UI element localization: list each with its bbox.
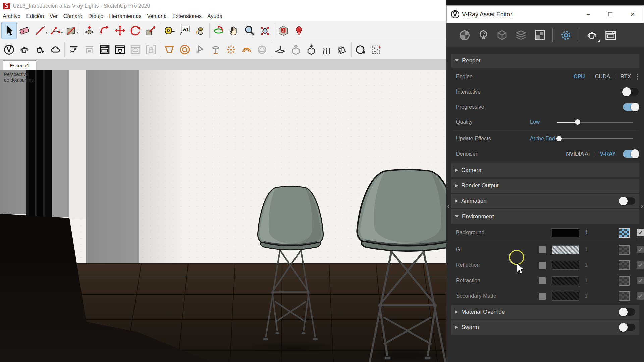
menu-ver[interactable]: Ver xyxy=(50,13,58,19)
paint-bucket-tool-icon[interactable] xyxy=(193,22,208,39)
frame-buffer-button-icon[interactable] xyxy=(601,28,620,43)
refraction-value[interactable]: 1 xyxy=(585,278,588,284)
zoom-extents-tool-icon[interactable] xyxy=(257,22,273,39)
engine-option-rtx[interactable]: RTX xyxy=(620,74,631,80)
refraction-color-swatch[interactable] xyxy=(539,277,546,284)
viewport-render-icon[interactable] xyxy=(66,41,82,58)
quality-slider[interactable] xyxy=(557,122,633,123)
menu-edicion[interactable]: Edición xyxy=(26,13,44,19)
reflection-texture-swatch[interactable] xyxy=(552,261,579,270)
menu-extensiones[interactable]: Extensiones xyxy=(172,13,202,19)
scene-tab-escena1[interactable]: Escena1 xyxy=(3,60,36,70)
rect-light-icon[interactable] xyxy=(162,41,177,58)
gi-color-swatch[interactable] xyxy=(539,246,546,253)
arc-tool-caret[interactable]: ▾ xyxy=(61,31,63,34)
pushpull-tool-icon[interactable] xyxy=(82,22,97,39)
maximize-button[interactable] xyxy=(599,6,622,23)
vray-logo-icon[interactable] xyxy=(1,41,17,58)
panel-collapse-left-icon[interactable]: ‹ xyxy=(447,201,450,211)
line-tool-caret[interactable]: ▾ xyxy=(46,31,47,34)
model-viewport[interactable]: Perspectiva de dos puntos. xyxy=(0,70,447,362)
denoiser-toggle[interactable] xyxy=(623,150,639,158)
materials-tab-icon[interactable] xyxy=(455,28,474,43)
sphere-light-icon[interactable] xyxy=(177,41,193,58)
text-tool-icon[interactable]: A1 xyxy=(177,22,193,39)
fur-icon[interactable] xyxy=(319,41,334,58)
render-flyout-caret[interactable] xyxy=(597,39,600,42)
batch-render-icon[interactable] xyxy=(112,41,128,58)
reflection-checkbox[interactable] xyxy=(637,261,644,269)
gi-value[interactable]: 1 xyxy=(585,247,588,253)
lights-tab-icon[interactable] xyxy=(474,28,493,43)
background-value[interactable]: 1 xyxy=(585,230,588,236)
secondary-matte-texture-swatch[interactable] xyxy=(552,292,579,301)
viewport-render-region-icon[interactable] xyxy=(82,41,97,58)
progressive-toggle[interactable] xyxy=(623,103,639,111)
secondary-matte-value[interactable]: 1 xyxy=(585,293,588,299)
animation-toggle[interactable] xyxy=(620,197,635,205)
menu-dibujo[interactable]: Dibujo xyxy=(88,13,103,19)
slider-knob[interactable] xyxy=(556,136,562,141)
spot-light-icon[interactable] xyxy=(193,41,208,58)
section-camera[interactable]: Camera xyxy=(451,163,639,177)
tape-measure-tool-icon[interactable] xyxy=(162,22,177,39)
eraser-tool-icon[interactable] xyxy=(17,22,32,39)
move-tool-icon[interactable] xyxy=(112,22,128,39)
import-proxy-icon[interactable] xyxy=(304,41,319,58)
reflection-value[interactable]: 1 xyxy=(585,262,588,268)
vray-render-cloud-icon[interactable] xyxy=(48,41,63,58)
material-override-toggle[interactable] xyxy=(620,308,635,316)
frame-buffer-icon[interactable] xyxy=(97,41,112,58)
reflection-texture-button[interactable] xyxy=(619,260,630,270)
engine-option-cpu[interactable]: CPU xyxy=(574,74,585,80)
ruby-console-icon[interactable] xyxy=(291,22,307,39)
scatter-icon[interactable] xyxy=(368,41,384,58)
zoom-tool-icon[interactable] xyxy=(242,22,257,39)
geometry-tab-icon[interactable] xyxy=(493,28,512,43)
engine-menu-icon[interactable] xyxy=(637,74,638,80)
scale-tool-icon[interactable] xyxy=(143,22,159,39)
followme-tool-icon[interactable] xyxy=(97,22,112,39)
gi-checkbox[interactable] xyxy=(637,246,644,253)
lock-camera-icon[interactable] xyxy=(143,41,159,58)
mesh-light-icon[interactable] xyxy=(254,41,270,58)
render-button-icon[interactable] xyxy=(583,28,601,43)
engine-option-cuda[interactable]: CUDA xyxy=(595,74,610,80)
textures-tab-icon[interactable] xyxy=(512,28,530,43)
color-swatch-tab-icon[interactable] xyxy=(530,28,549,43)
swarm-toggle[interactable] xyxy=(620,324,635,331)
dome-light-icon[interactable] xyxy=(239,41,254,58)
section-render-output[interactable]: Render Output xyxy=(451,179,639,193)
panel-expand-right-icon[interactable]: › xyxy=(641,201,644,211)
secondary-matte-color-swatch[interactable] xyxy=(539,293,546,300)
line-tool-icon[interactable]: ▾ xyxy=(32,22,48,39)
refraction-checkbox[interactable] xyxy=(637,277,644,284)
cloud-buffer-icon[interactable] xyxy=(128,41,143,58)
pan-tool-icon[interactable] xyxy=(226,22,242,39)
gi-texture-button[interactable] xyxy=(619,245,630,255)
refraction-texture-swatch[interactable] xyxy=(552,276,579,285)
mesh-clip-icon[interactable] xyxy=(353,41,368,58)
rotate-tool-icon[interactable] xyxy=(128,22,143,39)
settings-tab-icon[interactable] xyxy=(556,28,575,43)
orbit-tool-icon[interactable] xyxy=(211,22,226,39)
infinite-plane-icon[interactable] xyxy=(273,41,288,58)
menu-archivo[interactable]: Archivo xyxy=(3,13,20,19)
menu-camara[interactable]: Cámara xyxy=(63,13,83,19)
refraction-texture-button[interactable] xyxy=(619,276,630,286)
slider-knob[interactable] xyxy=(575,119,580,125)
background-texture-button[interactable] xyxy=(619,228,630,238)
menu-ventana[interactable]: Ventana xyxy=(147,13,167,19)
ies-light-icon[interactable] xyxy=(208,41,223,58)
shape-tool-caret[interactable]: ▾ xyxy=(76,31,78,34)
menu-ayuda[interactable]: Ayuda xyxy=(207,13,222,19)
denoiser-option-nvidia[interactable]: NVIDIA AI xyxy=(566,151,590,157)
section-swarm[interactable]: Swarm xyxy=(451,320,639,335)
export-proxy-icon[interactable] xyxy=(288,41,304,58)
secondary-matte-checkbox[interactable] xyxy=(637,292,644,300)
section-animation[interactable]: Animation xyxy=(451,194,639,208)
minimize-button[interactable]: – xyxy=(577,6,599,23)
background-color-swatch[interactable] xyxy=(552,228,579,237)
gi-texture-swatch[interactable] xyxy=(552,245,579,254)
denoiser-option-vray[interactable]: V-RAY xyxy=(600,151,616,157)
